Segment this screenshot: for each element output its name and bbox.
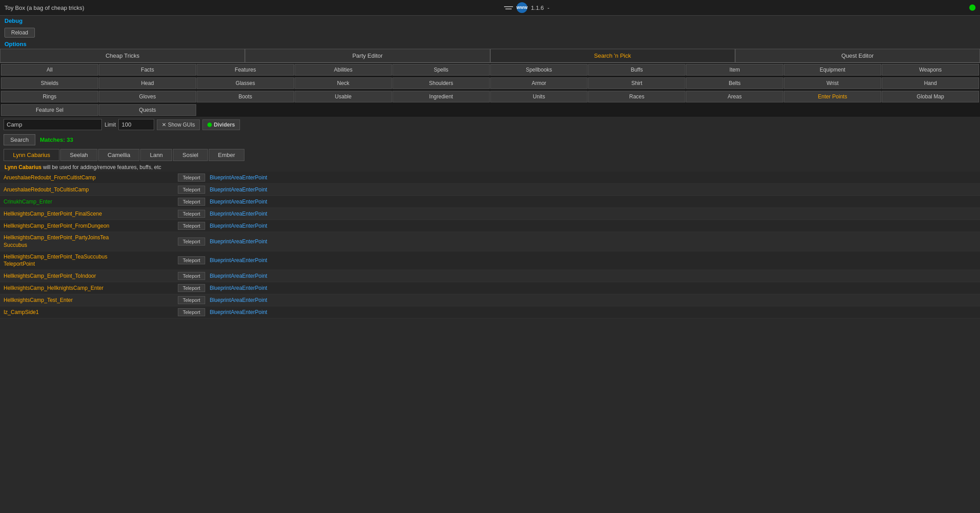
teleport-button[interactable]: Teleport	[178, 237, 205, 246]
tab-party-editor[interactable]: Party Editor	[245, 49, 490, 63]
teleport-button[interactable]: Teleport	[178, 198, 205, 206]
filter-spellbooks[interactable]: Spellbooks	[490, 64, 588, 76]
filter-features[interactable]: Features	[197, 64, 294, 76]
filter-spells[interactable]: Spells	[392, 64, 490, 76]
filter-enter-points[interactable]: Enter Points	[784, 91, 881, 102]
filter-empty-5	[588, 104, 686, 116]
filter-facts[interactable]: Facts	[99, 64, 196, 76]
filter-races[interactable]: Races	[588, 91, 686, 102]
filter-boots[interactable]: Boots	[197, 91, 294, 102]
teleport-button[interactable]: Teleport	[178, 186, 205, 194]
filter-head[interactable]: Head	[99, 77, 196, 89]
filter-armor[interactable]: Armor	[490, 77, 588, 89]
menu-bar: Debug	[0, 16, 980, 26]
tab-quest-editor[interactable]: Quest Editor	[735, 49, 980, 63]
filter-neck[interactable]: Neck	[294, 77, 392, 89]
table-row: Iz_CampSide1TeleportBlueprintAreaEnterPo…	[0, 306, 980, 318]
debug-menu[interactable]: Debug	[4, 17, 22, 24]
limit-input[interactable]	[118, 119, 154, 130]
teleport-button[interactable]: Teleport	[178, 256, 205, 264]
filter-item[interactable]: Item	[686, 64, 783, 76]
result-type: BlueprintAreaEnterPoint	[210, 285, 267, 291]
result-name[interactable]: HellknightsCamp_EnterPoint_PartyJoinsTea…	[4, 234, 173, 249]
result-name[interactable]: HellknightsCamp_HellknightsCamp_Enter	[4, 284, 173, 292]
table-row: ArueshalaeRedoubt_ToCultistCampTeleportB…	[0, 184, 980, 196]
filter-rings[interactable]: Rings	[1, 91, 98, 102]
www-icon: WWW	[517, 2, 527, 13]
result-name[interactable]: ArueshalaeRedoubt_ToCultistCamp	[4, 186, 173, 194]
filter-usable[interactable]: Usable	[294, 91, 392, 102]
filter-belts[interactable]: Belts	[686, 77, 783, 89]
filter-abilities[interactable]: Abilities	[294, 64, 392, 76]
teleport-button[interactable]: Teleport	[178, 174, 205, 182]
filter-hand[interactable]: Hand	[882, 77, 979, 89]
party-tab-lann[interactable]: Lann	[140, 149, 172, 161]
filter-grid-row3: Rings Gloves Boots Usable Ingredient Uni…	[0, 90, 980, 103]
result-type: BlueprintAreaEnterPoint	[210, 187, 267, 193]
search-input[interactable]	[4, 119, 102, 130]
filter-shields[interactable]: Shields	[1, 77, 98, 89]
filter-grid-row2: Shields Head Glasses Neck Shoulders Armo…	[0, 76, 980, 90]
party-tab-ember[interactable]: Ember	[209, 149, 244, 161]
limit-label: Limit	[105, 122, 116, 128]
teleport-button[interactable]: Teleport	[178, 284, 205, 292]
dividers-label: Dividers	[214, 122, 235, 128]
party-tab-camellia[interactable]: Camellia	[98, 149, 140, 161]
teleport-button[interactable]: Teleport	[178, 210, 205, 218]
table-row: HellknightsCamp_EnterPoint_PartyJoinsTea…	[0, 232, 980, 251]
options-label: Options	[0, 39, 980, 49]
tab-cheap-tricks[interactable]: Cheap Tricks	[0, 49, 245, 63]
result-name[interactable]: HellknightsCamp_EnterPoint_FromDungeon	[4, 222, 173, 230]
filter-areas[interactable]: Areas	[686, 91, 783, 102]
filter-quests[interactable]: Quests	[99, 104, 196, 116]
title-bar: Toy Box (a bag of cheap tricks) WWW 1.1.…	[0, 0, 980, 16]
matches-label: Matches: 33	[40, 136, 73, 143]
dividers-dot	[207, 123, 212, 127]
results-list: ArueshalaeRedoubt_FromCultistCampTelepor…	[0, 172, 980, 497]
search-button[interactable]: Search	[4, 134, 35, 145]
party-tabs: Lynn Cabarius Seelah Camellia Lann Sosie…	[0, 147, 980, 163]
info-text: will be used for adding/remove features,…	[43, 164, 161, 170]
filter-empty-7	[784, 104, 881, 116]
filter-weapons[interactable]: Weapons	[882, 64, 979, 76]
filter-glasses[interactable]: Glasses	[197, 77, 294, 89]
result-name[interactable]: HellknightsCamp_EnterPoint_TeaSuccubusTe…	[4, 253, 173, 268]
table-row: CrinukhCamp_EnterTeleportBlueprintAreaEn…	[0, 196, 980, 208]
filter-gloves[interactable]: Gloves	[99, 91, 196, 102]
filter-shirt[interactable]: Shirt	[588, 77, 686, 89]
teleport-button[interactable]: Teleport	[178, 308, 205, 316]
reload-button[interactable]: Reload	[4, 28, 35, 38]
teleport-button[interactable]: Teleport	[178, 272, 205, 280]
filter-empty-6	[686, 104, 783, 116]
party-tab-sosiel[interactable]: Sosiel	[173, 149, 207, 161]
result-type: BlueprintAreaEnterPoint	[210, 273, 267, 279]
party-tab-lynn[interactable]: Lynn Cabarius	[4, 149, 59, 161]
status-dot	[969, 4, 976, 11]
party-tab-seelah[interactable]: Seelah	[60, 149, 97, 161]
result-type: BlueprintAreaEnterPoint	[210, 223, 267, 229]
filter-empty-1	[197, 104, 294, 116]
version-label: 1.1.6	[531, 4, 544, 11]
filter-buffs[interactable]: Buffs	[588, 64, 686, 76]
filter-all[interactable]: All	[1, 64, 98, 76]
filter-feature-sel[interactable]: Feature Sel	[1, 104, 98, 116]
result-name[interactable]: HellknightsCamp_EnterPoint_ToIndoor	[4, 272, 173, 280]
result-name[interactable]: CrinukhCamp_Enter	[4, 198, 173, 206]
filter-empty-2	[294, 104, 392, 116]
filter-wrist[interactable]: Wrist	[784, 77, 881, 89]
result-name[interactable]: ArueshalaeRedoubt_FromCultistCamp	[4, 174, 173, 182]
filter-equipment[interactable]: Equipment	[784, 64, 881, 76]
filter-ingredient[interactable]: Ingredient	[392, 91, 490, 102]
filter-shoulders[interactable]: Shoulders	[392, 77, 490, 89]
result-name[interactable]: HellknightsCamp_Test_Enter	[4, 297, 173, 304]
filter-units[interactable]: Units	[490, 91, 588, 102]
teleport-button[interactable]: Teleport	[178, 296, 205, 304]
tab-search-pick[interactable]: Search 'n Pick	[490, 49, 735, 63]
result-type: BlueprintAreaEnterPoint	[210, 238, 267, 245]
result-name[interactable]: HellknightsCamp_EnterPoint_FinalScene	[4, 210, 173, 218]
show-guis-button[interactable]: ✕ Show GUIs	[157, 119, 200, 130]
dividers-button[interactable]: Dividers	[202, 119, 240, 130]
result-name[interactable]: Iz_CampSide1	[4, 309, 173, 316]
filter-global-map[interactable]: Global Map	[882, 91, 979, 102]
teleport-button[interactable]: Teleport	[178, 222, 205, 230]
